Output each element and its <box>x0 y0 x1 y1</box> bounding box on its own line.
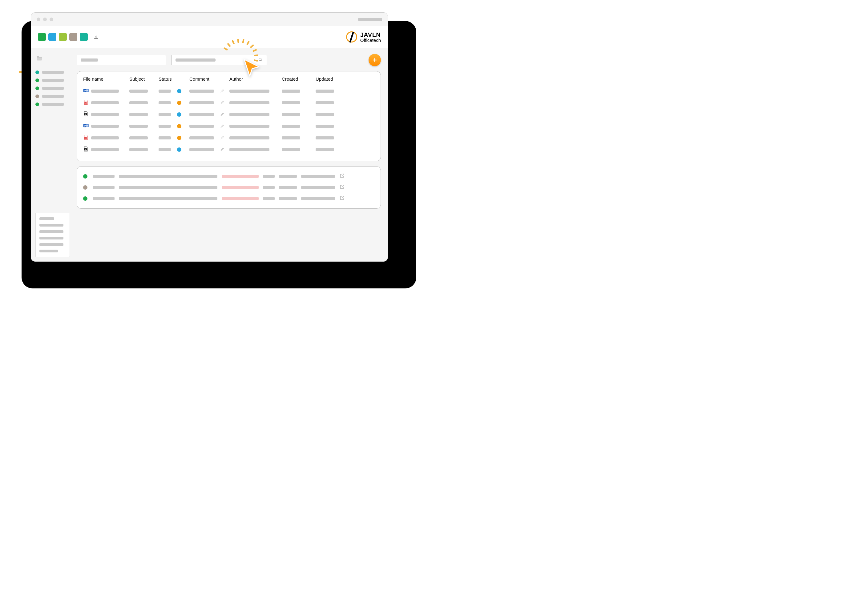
activity-col-2 <box>119 186 217 189</box>
svg-text:O: O <box>84 125 85 127</box>
open-icon[interactable] <box>339 173 349 180</box>
author-placeholder <box>229 136 270 139</box>
activity-row[interactable] <box>83 193 374 204</box>
col-file-name[interactable]: File name <box>83 76 129 82</box>
file-type-icon: W <box>83 111 91 118</box>
comment-placeholder <box>189 136 214 139</box>
status-dot <box>177 89 181 93</box>
activity-col-5 <box>279 197 297 200</box>
file-type-icon: W <box>83 146 91 153</box>
window-title-bar <box>31 12 388 26</box>
activity-status-dot <box>83 197 87 201</box>
sidebar-item-dot <box>36 102 39 106</box>
color-swatch-0[interactable] <box>38 33 46 41</box>
author-placeholder <box>229 148 270 151</box>
search-input[interactable] <box>172 55 267 65</box>
svg-rect-3 <box>86 89 89 92</box>
file-name-placeholder <box>91 113 119 116</box>
file-name-placeholder <box>91 148 119 151</box>
updated-placeholder <box>316 148 334 151</box>
comment-placeholder <box>189 113 214 116</box>
status-bar-placeholder <box>158 148 171 151</box>
svg-text:PDF: PDF <box>84 102 87 104</box>
table-row[interactable]: O <box>83 120 374 132</box>
search-icon <box>258 57 263 63</box>
activity-col-5 <box>279 186 297 189</box>
color-swatch-3[interactable] <box>69 33 77 41</box>
window-zoom-dot[interactable] <box>50 17 53 21</box>
main-content: File name Subject Status Comment Author … <box>74 48 388 261</box>
activity-status-dot <box>83 185 87 190</box>
sidebar-item-label-placeholder <box>42 103 64 106</box>
activity-col-5 <box>279 175 297 178</box>
activity-highlight <box>222 175 259 178</box>
activity-highlight <box>222 197 259 200</box>
edit-icon[interactable] <box>220 135 229 141</box>
color-swatch-2[interactable] <box>59 33 67 41</box>
activity-col-2 <box>119 197 217 200</box>
sidebar-item-label-placeholder <box>42 71 64 74</box>
window-minimize-dot[interactable] <box>43 17 47 21</box>
activity-row[interactable] <box>83 171 374 182</box>
sidebar-card <box>36 213 70 257</box>
svg-text:W: W <box>85 113 86 115</box>
folder-icon[interactable] <box>36 55 70 64</box>
col-author[interactable]: Author <box>229 76 282 82</box>
open-icon[interactable] <box>339 184 349 191</box>
sidebar-item-3[interactable] <box>36 94 70 98</box>
brand-logo: JAVLN Officetech <box>346 31 381 42</box>
col-status[interactable]: Status <box>158 76 189 82</box>
table-row[interactable]: O <box>83 85 374 97</box>
table-row[interactable]: PDF <box>83 97 374 108</box>
download-icon[interactable] <box>92 33 100 41</box>
table-row[interactable]: PDF <box>83 132 374 144</box>
table-row[interactable]: W <box>83 108 374 120</box>
edit-icon[interactable] <box>220 112 229 117</box>
author-placeholder <box>229 125 270 128</box>
subject-placeholder <box>129 101 148 104</box>
color-swatch-4[interactable] <box>80 33 88 41</box>
activity-row[interactable] <box>83 182 374 193</box>
edit-icon[interactable] <box>220 147 229 152</box>
open-icon[interactable] <box>339 195 349 202</box>
author-placeholder <box>229 90 270 93</box>
activity-col-4 <box>263 186 275 189</box>
file-name-placeholder <box>91 136 119 139</box>
add-button[interactable] <box>369 54 381 66</box>
updated-placeholder <box>316 90 334 93</box>
status-dot <box>177 147 181 152</box>
sidebar-item-4[interactable] <box>36 102 70 106</box>
status-dot <box>177 101 181 105</box>
brand-logo-mark <box>346 31 357 42</box>
filter-bar <box>77 54 381 66</box>
table-row[interactable]: W <box>83 144 374 155</box>
brand-name: JAVLN <box>360 32 381 38</box>
activity-col-4 <box>263 197 275 200</box>
app-window: JAVLN Officetech <box>31 12 388 262</box>
activity-status-dot <box>83 174 87 178</box>
window-close-dot[interactable] <box>37 17 40 21</box>
sidebar-item-1[interactable] <box>36 79 70 82</box>
col-comment[interactable]: Comment <box>189 76 229 82</box>
color-swatch-1[interactable] <box>48 33 56 41</box>
edit-icon[interactable] <box>220 100 229 105</box>
table-header: File name Subject Status Comment Author … <box>83 76 374 82</box>
comment-placeholder <box>189 101 214 104</box>
col-created[interactable]: Created <box>282 76 316 82</box>
sidebar-item-dot <box>36 87 39 90</box>
col-updated[interactable]: Updated <box>316 76 349 82</box>
sidebar-item-2[interactable] <box>36 87 70 90</box>
file-type-icon: PDF <box>83 99 91 107</box>
activity-col-4 <box>263 175 275 178</box>
filter-input[interactable] <box>77 55 166 65</box>
col-subject[interactable]: Subject <box>129 76 158 82</box>
status-bar-placeholder <box>158 90 171 93</box>
activity-col-1 <box>93 186 115 189</box>
sidebar-item-0[interactable] <box>36 70 70 74</box>
edit-icon[interactable] <box>220 124 229 129</box>
edit-icon[interactable] <box>220 89 229 94</box>
svg-point-0 <box>259 58 261 60</box>
created-placeholder <box>282 148 300 151</box>
brand-subname: Officetech <box>360 38 381 42</box>
author-placeholder <box>229 101 270 104</box>
